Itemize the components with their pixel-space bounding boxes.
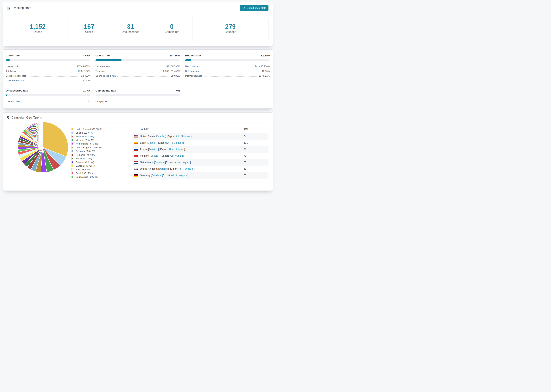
export-label: ] [Export: <box>161 174 171 177</box>
rate-row-clicks-to-opens-rate: Clicks to opens rate14.497% <box>6 73 90 78</box>
stat-card-unsubscribes: 31 Unsubscribes <box>110 17 151 41</box>
rate-row-total-clicks: Total clicks220 / 5.87% <box>6 69 90 73</box>
rate-row-label: Complaints <box>95 100 107 103</box>
details-link-vietnam[interactable]: Details › <box>150 154 160 157</box>
legend-swatch-icon <box>71 142 74 145</box>
rate-row-value: 4.147% <box>83 79 90 82</box>
details-link-united-kingdom[interactable]: Details › <box>159 168 168 170</box>
geo-table-body: United States [Details ›] [Export: All ›… <box>132 133 268 179</box>
export-all-link-netherlands[interactable]: All › <box>174 161 179 164</box>
legend-item-brazil[interactable]: Brazil ( 33 / 2% ) <box>71 172 128 175</box>
country-links: Netherlands [Details ›] [Export: All › /… <box>140 161 191 164</box>
rate-row-label: Opens to clicks rate <box>95 75 116 77</box>
export-all-link-united-kingdom[interactable]: All › <box>179 168 183 170</box>
country-cell: United Kingdom [Details ›] [Export: All … <box>134 168 242 170</box>
export-unique-link-russia[interactable]: Unique › <box>175 148 184 151</box>
nl-flag-icon <box>134 161 138 164</box>
legend-item-south-africa[interactable]: South Africa ( 29 / 2% ) <box>71 176 128 178</box>
rate-title: Opens rate <box>95 54 110 57</box>
legend-item-spain[interactable]: Spain ( 121 / 7% ) <box>71 132 128 134</box>
country-links: Russia [Details ›] [Export: All › / Uniq… <box>140 148 185 151</box>
rate-row-hard-bounces: Hard bounces242 / 86.738% <box>185 64 270 69</box>
rate-row-complaints: Complaints0 <box>95 99 180 104</box>
rate-row-internal-bounces: Internal bounces19 / 6.81% <box>185 73 270 78</box>
details-link-united-states[interactable]: Details › <box>156 135 165 138</box>
export-all-link-vietnam[interactable]: All › <box>170 154 174 157</box>
legend-item-germany[interactable]: Germany ( 55 / 3% ) <box>71 150 128 152</box>
pie-chart[interactable] <box>17 121 69 173</box>
legend-item-vietnam[interactable]: Vietnam ( 79 / 5% ) <box>71 139 128 141</box>
rate-row-label: Clicks to opens rate <box>6 75 26 77</box>
rate-row-value: 18 / 0% <box>262 70 270 72</box>
closing-bracket: ] <box>184 148 185 151</box>
rate-row-label: Unsubscribes <box>6 100 20 103</box>
rate-value: 0% <box>176 89 180 92</box>
legend-label: Netherlands ( 67 / 4% ) <box>76 142 99 145</box>
legend-label: United Kingdom ( 59 / 3% ) <box>76 146 103 149</box>
legend-label: United States ( 541 / 31% ) <box>76 128 103 130</box>
legend-item-netherlands[interactable]: Netherlands ( 67 / 4% ) <box>71 142 128 145</box>
legend-item-russia[interactable]: Russia ( 86 / 5% ) <box>71 135 128 138</box>
legend-item-united-states[interactable]: United States ( 541 / 31% ) <box>71 128 128 130</box>
legend-item-france[interactable]: France ( 42 / 2% ) <box>71 161 128 163</box>
pie-legend: United States ( 541 / 31% ) Spain ( 121 … <box>71 124 128 179</box>
geo-table-row-germany: Germany [Details ›] [Export: All › / Uni… <box>132 172 268 179</box>
export-all-link-germany[interactable]: All › <box>171 174 175 177</box>
export-basic-stats-button[interactable]: Export basic stats <box>240 5 268 11</box>
legend-item-india[interactable]: India ( 46 / 3% ) <box>71 157 128 160</box>
export-unique-link-vietnam[interactable]: Unique › <box>177 154 186 157</box>
country-cell: United States [Details ›] [Export: All ›… <box>134 135 242 138</box>
export-unique-link-united-kingdom[interactable]: Unique › <box>185 168 194 170</box>
legend-item-canada[interactable]: Canada ( 40 / 2% ) <box>71 165 128 167</box>
export-unique-link-united-states[interactable]: Unique › <box>182 135 192 138</box>
country-name: Spain [ <box>140 141 148 144</box>
stat-card-complaints: 0 Complaints <box>151 17 192 41</box>
closing-bracket: ] <box>187 174 188 177</box>
legend-swatch-icon <box>71 146 74 149</box>
stats-summary-row: 1,152 Opens 167 Clicks 31 Unsubscribes 0… <box>7 17 268 41</box>
progress-fill <box>95 59 121 61</box>
export-label: ] [Export: <box>168 168 178 170</box>
details-link-germany[interactable]: Details › <box>152 174 161 177</box>
progress-fill <box>6 59 10 61</box>
legend-swatch-icon <box>71 150 74 152</box>
export-unique-link-germany[interactable]: Unique › <box>177 174 187 177</box>
rate-row-click-through-rate: Click through rate4.147% <box>6 78 90 83</box>
geo-pie-wrap <box>3 124 71 179</box>
closing-bracket: ] <box>186 154 186 157</box>
legend-label: Canada ( 40 / 2% ) <box>76 165 95 167</box>
export-unique-link-spain[interactable]: Unique › <box>174 141 183 144</box>
rate-row-label: Hard bounces <box>185 65 199 68</box>
geo-title: Campaign Geo Opens <box>11 116 42 119</box>
export-all-link-united-states[interactable]: All › <box>176 135 180 138</box>
legend-label: Russia ( 86 / 5% ) <box>76 135 94 138</box>
export-all-link-spain[interactable]: All › <box>167 141 172 144</box>
stat-value: 279 <box>193 23 268 30</box>
country-name: United States [ <box>140 135 156 138</box>
vn-flag-icon <box>134 155 138 157</box>
stat-label: Complaints <box>151 30 192 34</box>
dotted-leader <box>109 72 162 72</box>
export-icon <box>243 6 245 10</box>
details-link-spain[interactable]: Details › <box>148 141 157 144</box>
export-all-link-russia[interactable]: All › <box>169 148 173 151</box>
dotted-leader <box>200 72 260 72</box>
stat-label: Clicks <box>68 30 110 34</box>
legend-swatch-icon <box>71 168 74 171</box>
legend-item-romania[interactable]: Romania ( 49 / 3% ) <box>71 154 128 156</box>
details-link-russia[interactable]: Details › <box>149 148 158 151</box>
legend-item-italy[interactable]: Italy ( 36 / 2% ) <box>71 168 128 171</box>
legend-item-united-kingdom[interactable]: United Kingdom ( 59 / 3% ) <box>71 146 128 149</box>
pie-slice-other-49[interactable] <box>42 122 43 147</box>
rate-value: 30.736% <box>170 54 180 57</box>
legend-label: Italy ( 36 / 2% ) <box>76 168 91 171</box>
closing-bracket: ] <box>183 141 184 144</box>
legend-swatch-icon <box>71 135 74 138</box>
legend-swatch-icon <box>71 165 74 167</box>
export-unique-link-netherlands[interactable]: Unique › <box>181 161 190 164</box>
details-link-netherlands[interactable]: Details › <box>155 161 164 164</box>
rate-title: Bounce rate <box>185 54 201 57</box>
rate-row-value: 167 / 4.456% <box>77 65 90 68</box>
stat-value: 0 <box>151 23 192 30</box>
rate-rows: Unique clicks167 / 4.456% Total clicks22… <box>6 64 90 83</box>
